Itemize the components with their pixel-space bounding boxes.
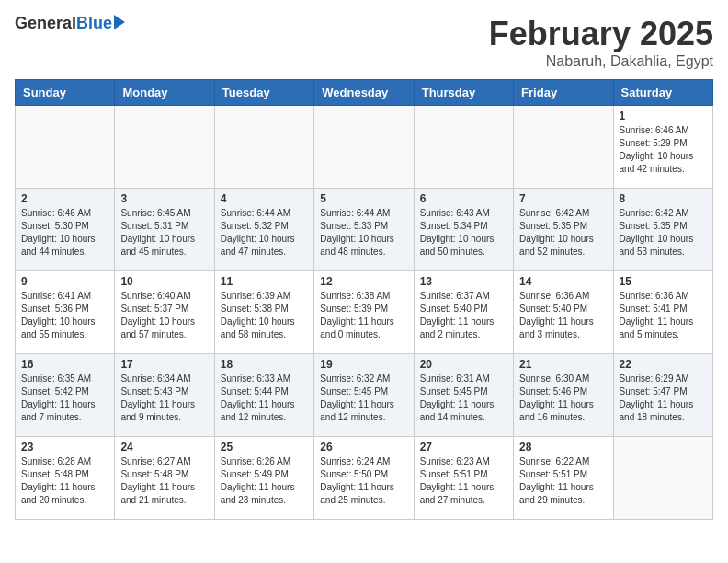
calendar-day-cell: 5Sunrise: 6:44 AM Sunset: 5:33 PM Daylig… (314, 189, 414, 271)
location-text: Nabaruh, Dakahlia, Egypt (489, 53, 713, 70)
column-header-tuesday: Tuesday (214, 80, 313, 106)
day-number: 16 (21, 358, 108, 371)
day-number: 11 (221, 275, 308, 288)
calendar-day-cell: 19Sunrise: 6:32 AM Sunset: 5:45 PM Dayli… (314, 354, 414, 437)
column-header-sunday: Sunday (16, 80, 115, 106)
column-header-wednesday: Wednesday (314, 80, 414, 106)
day-info: Sunrise: 6:43 AM Sunset: 5:34 PM Dayligh… (420, 207, 507, 259)
day-info: Sunrise: 6:24 AM Sunset: 5:50 PM Dayligh… (320, 455, 407, 507)
calendar-day-cell: 6Sunrise: 6:43 AM Sunset: 5:34 PM Daylig… (414, 189, 513, 271)
calendar-day-cell: 23Sunrise: 6:28 AM Sunset: 5:48 PM Dayli… (16, 437, 115, 520)
calendar-day-cell (214, 106, 313, 189)
calendar-day-cell: 20Sunrise: 6:31 AM Sunset: 5:45 PM Dayli… (414, 354, 513, 437)
day-info: Sunrise: 6:42 AM Sunset: 5:35 PM Dayligh… (620, 207, 707, 259)
logo: General Blue (15, 15, 125, 31)
calendar-day-cell (16, 106, 115, 189)
calendar-day-cell: 2Sunrise: 6:46 AM Sunset: 5:30 PM Daylig… (16, 189, 115, 271)
calendar-day-cell: 21Sunrise: 6:30 AM Sunset: 5:46 PM Dayli… (514, 354, 613, 437)
day-number: 12 (320, 275, 407, 288)
day-info: Sunrise: 6:46 AM Sunset: 5:30 PM Dayligh… (21, 207, 108, 259)
day-info: Sunrise: 6:27 AM Sunset: 5:48 PM Dayligh… (120, 455, 208, 507)
calendar-day-cell: 7Sunrise: 6:42 AM Sunset: 5:35 PM Daylig… (514, 189, 613, 271)
calendar-day-cell: 27Sunrise: 6:23 AM Sunset: 5:51 PM Dayli… (414, 437, 513, 520)
day-number: 17 (120, 358, 208, 371)
calendar-day-cell: 10Sunrise: 6:40 AM Sunset: 5:37 PM Dayli… (115, 271, 214, 354)
column-header-monday: Monday (115, 80, 214, 106)
day-info: Sunrise: 6:42 AM Sunset: 5:35 PM Dayligh… (519, 207, 607, 259)
day-number: 27 (420, 441, 507, 454)
day-info: Sunrise: 6:44 AM Sunset: 5:33 PM Dayligh… (320, 207, 407, 259)
day-number: 7 (519, 192, 607, 205)
calendar-day-cell (514, 106, 613, 189)
calendar-day-cell: 28Sunrise: 6:22 AM Sunset: 5:51 PM Dayli… (514, 437, 613, 520)
calendar-day-cell: 12Sunrise: 6:38 AM Sunset: 5:39 PM Dayli… (314, 271, 414, 354)
day-number: 28 (519, 441, 607, 454)
calendar-day-cell: 26Sunrise: 6:24 AM Sunset: 5:50 PM Dayli… (314, 437, 414, 520)
calendar-day-cell (314, 106, 414, 189)
calendar-day-cell: 3Sunrise: 6:45 AM Sunset: 5:31 PM Daylig… (115, 189, 214, 271)
day-number: 19 (320, 358, 407, 371)
day-number: 5 (320, 192, 407, 205)
day-number: 21 (519, 358, 607, 371)
calendar-day-cell: 22Sunrise: 6:29 AM Sunset: 5:47 PM Dayli… (613, 354, 712, 437)
calendar-day-cell: 4Sunrise: 6:44 AM Sunset: 5:32 PM Daylig… (214, 189, 313, 271)
logo-blue-text: Blue (76, 15, 112, 31)
day-info: Sunrise: 6:35 AM Sunset: 5:42 PM Dayligh… (21, 373, 108, 424)
calendar-header-row: SundayMondayTuesdayWednesdayThursdayFrid… (16, 80, 713, 106)
day-number: 26 (320, 441, 407, 454)
calendar-week-row: 9Sunrise: 6:41 AM Sunset: 5:36 PM Daylig… (16, 271, 713, 354)
calendar-day-cell: 18Sunrise: 6:33 AM Sunset: 5:44 PM Dayli… (214, 354, 313, 437)
title-block: February 2025 Nabaruh, Dakahlia, Egypt (489, 15, 713, 70)
calendar-day-cell: 16Sunrise: 6:35 AM Sunset: 5:42 PM Dayli… (16, 354, 115, 437)
day-info: Sunrise: 6:37 AM Sunset: 5:40 PM Dayligh… (420, 290, 507, 341)
calendar-week-row: 23Sunrise: 6:28 AM Sunset: 5:48 PM Dayli… (16, 437, 713, 520)
calendar-day-cell (414, 106, 513, 189)
day-info: Sunrise: 6:44 AM Sunset: 5:32 PM Dayligh… (221, 207, 308, 259)
day-number: 25 (221, 441, 308, 454)
calendar-day-cell: 13Sunrise: 6:37 AM Sunset: 5:40 PM Dayli… (414, 271, 513, 354)
day-info: Sunrise: 6:33 AM Sunset: 5:44 PM Dayligh… (221, 373, 308, 424)
day-info: Sunrise: 6:30 AM Sunset: 5:46 PM Dayligh… (519, 373, 607, 424)
calendar-day-cell: 15Sunrise: 6:36 AM Sunset: 5:41 PM Dayli… (613, 271, 712, 354)
day-number: 10 (120, 275, 208, 288)
day-info: Sunrise: 6:39 AM Sunset: 5:38 PM Dayligh… (221, 290, 308, 341)
calendar-day-cell: 25Sunrise: 6:26 AM Sunset: 5:49 PM Dayli… (214, 437, 313, 520)
day-number: 24 (120, 441, 208, 454)
day-info: Sunrise: 6:38 AM Sunset: 5:39 PM Dayligh… (320, 290, 407, 341)
day-info: Sunrise: 6:34 AM Sunset: 5:43 PM Dayligh… (120, 373, 208, 424)
logo-general-text: General (15, 15, 76, 31)
calendar-day-cell: 14Sunrise: 6:36 AM Sunset: 5:40 PM Dayli… (514, 271, 613, 354)
day-number: 3 (120, 192, 208, 205)
day-number: 18 (221, 358, 308, 371)
day-number: 4 (221, 192, 308, 205)
calendar-table: SundayMondayTuesdayWednesdayThursdayFrid… (15, 79, 713, 520)
day-number: 23 (21, 441, 108, 454)
calendar-day-cell: 11Sunrise: 6:39 AM Sunset: 5:38 PM Dayli… (214, 271, 313, 354)
day-number: 9 (21, 275, 108, 288)
day-info: Sunrise: 6:32 AM Sunset: 5:45 PM Dayligh… (320, 373, 407, 424)
calendar-day-cell: 9Sunrise: 6:41 AM Sunset: 5:36 PM Daylig… (16, 271, 115, 354)
day-number: 8 (620, 192, 707, 205)
page-header: General Blue February 2025 Nabaruh, Daka… (15, 15, 713, 70)
day-info: Sunrise: 6:26 AM Sunset: 5:49 PM Dayligh… (221, 455, 308, 507)
calendar-week-row: 2Sunrise: 6:46 AM Sunset: 5:30 PM Daylig… (16, 189, 713, 271)
day-info: Sunrise: 6:36 AM Sunset: 5:40 PM Dayligh… (519, 290, 607, 341)
day-info: Sunrise: 6:41 AM Sunset: 5:36 PM Dayligh… (21, 290, 108, 341)
day-info: Sunrise: 6:45 AM Sunset: 5:31 PM Dayligh… (120, 207, 208, 259)
day-info: Sunrise: 6:23 AM Sunset: 5:51 PM Dayligh… (420, 455, 507, 507)
calendar-day-cell: 24Sunrise: 6:27 AM Sunset: 5:48 PM Dayli… (115, 437, 214, 520)
calendar-day-cell (613, 437, 712, 520)
day-number: 2 (21, 192, 108, 205)
day-info: Sunrise: 6:22 AM Sunset: 5:51 PM Dayligh… (519, 455, 607, 507)
day-info: Sunrise: 6:29 AM Sunset: 5:47 PM Dayligh… (620, 373, 707, 424)
logo-arrow-icon (114, 15, 125, 29)
day-number: 15 (620, 275, 707, 288)
calendar-week-row: 16Sunrise: 6:35 AM Sunset: 5:42 PM Dayli… (16, 354, 713, 437)
day-info: Sunrise: 6:40 AM Sunset: 5:37 PM Dayligh… (120, 290, 208, 341)
day-info: Sunrise: 6:31 AM Sunset: 5:45 PM Dayligh… (420, 373, 507, 424)
calendar-day-cell: 8Sunrise: 6:42 AM Sunset: 5:35 PM Daylig… (613, 189, 712, 271)
day-number: 13 (420, 275, 507, 288)
calendar-week-row: 1Sunrise: 6:46 AM Sunset: 5:29 PM Daylig… (16, 106, 713, 189)
day-number: 14 (519, 275, 607, 288)
month-title: February 2025 (489, 15, 713, 53)
